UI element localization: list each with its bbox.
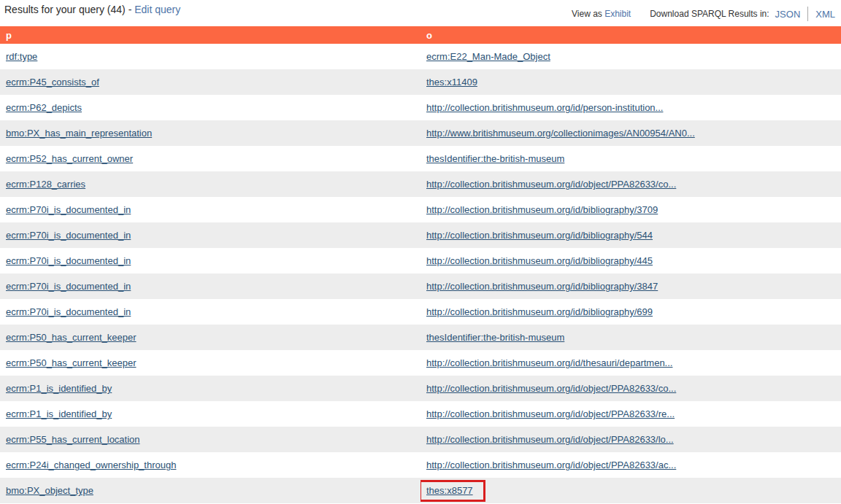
download-json-link[interactable]: JSON xyxy=(775,9,801,20)
predicate-link[interactable]: ecrm:P50_has_current_keeper xyxy=(6,357,137,368)
predicate-link[interactable]: ecrm:P55_has_current_location xyxy=(6,434,140,445)
table-row: ecrm:P70i_is_documented_in http://collec… xyxy=(0,248,841,274)
table-row: ecrm:P70i_is_documented_in http://collec… xyxy=(0,222,841,248)
table-row: bmo:PX_has_main_representation http://ww… xyxy=(0,120,841,146)
table-row: ecrm:P1_is_identified_by http://collecti… xyxy=(0,376,841,401)
column-header-p: p xyxy=(0,26,420,44)
predicate-link[interactable]: ecrm:P70i_is_documented_in xyxy=(6,255,131,266)
table-row: ecrm:P50_has_current_keeper http://colle… xyxy=(0,350,841,376)
predicate-link[interactable]: ecrm:P45_consists_of xyxy=(6,77,99,88)
object-link[interactable]: http://collection.britishmuseum.org/id/p… xyxy=(426,102,663,113)
table-row: ecrm:P70i_is_documented_in http://collec… xyxy=(0,274,841,299)
table-row: ecrm:P70i_is_documented_in http://collec… xyxy=(0,197,841,222)
view-as-label: View as xyxy=(572,9,602,19)
table-row: ecrm:P62_depicts http://collection.briti… xyxy=(0,95,841,120)
predicate-link[interactable]: ecrm:P70i_is_documented_in xyxy=(6,306,131,317)
object-link[interactable]: http://collection.britishmuseum.org/id/b… xyxy=(426,306,653,317)
object-link[interactable]: http://collection.britishmuseum.org/id/o… xyxy=(426,460,676,470)
results-table-header: p o xyxy=(0,26,841,44)
predicate-link[interactable]: ecrm:P70i_is_documented_in xyxy=(6,281,131,292)
table-row: ecrm:P50_has_current_keeper thesIdentifi… xyxy=(0,325,841,350)
object-link[interactable]: http://collection.britishmuseum.org/id/o… xyxy=(426,434,674,445)
predicate-link[interactable]: bmo:PX_object_type xyxy=(6,485,93,496)
object-link[interactable]: ecrm:E22_Man-Made_Object xyxy=(426,51,550,62)
format-divider xyxy=(807,7,808,21)
predicate-link[interactable]: ecrm:P62_depicts xyxy=(6,102,82,113)
object-link[interactable]: http://collection.britishmuseum.org/id/b… xyxy=(426,230,653,241)
object-link[interactable]: http://collection.britishmuseum.org/id/o… xyxy=(426,179,676,190)
object-link[interactable]: http://www.britishmuseum.org/collectioni… xyxy=(426,128,695,139)
object-link[interactable]: http://collection.britishmuseum.org/id/b… xyxy=(426,255,653,266)
table-row: ecrm:P70i_is_documented_in http://collec… xyxy=(0,299,841,325)
topbar: Results for your query (44) - Edit query… xyxy=(0,0,841,26)
download-group: Download SPARQL Results in: JSON XML xyxy=(650,7,835,21)
edit-query-link[interactable]: Edit query xyxy=(134,4,180,15)
column-header-o: o xyxy=(420,26,841,44)
table-row: ecrm:P1_is_identified_by http://collecti… xyxy=(0,401,841,427)
object-link[interactable]: http://collection.britishmuseum.org/id/b… xyxy=(426,281,658,292)
topbar-actions: View as Exhibit Download SPARQL Results … xyxy=(572,4,835,21)
view-as-exhibit-link[interactable]: Exhibit xyxy=(604,9,631,19)
download-xml-link[interactable]: XML xyxy=(815,9,835,20)
predicate-link[interactable]: ecrm:P1_is_identified_by xyxy=(6,408,112,419)
table-row: ecrm:P24i_changed_ownership_through http… xyxy=(0,452,841,478)
predicate-link[interactable]: ecrm:P52_has_current_owner xyxy=(6,153,133,164)
download-label: Download SPARQL Results in: xyxy=(650,9,769,19)
table-row: ecrm:P45_consists_of thes:x11409 xyxy=(0,69,841,95)
object-link[interactable]: thes:x8577 xyxy=(426,485,473,496)
object-link[interactable]: thesIdentifier:the-british-museum xyxy=(426,332,564,343)
object-link[interactable]: thesIdentifier:the-british-museum xyxy=(426,153,564,164)
view-as-group: View as Exhibit xyxy=(572,9,631,19)
object-link[interactable]: thes:x11409 xyxy=(426,77,477,88)
results-table: p o rdf:type ecrm:E22_Man-Made_Object ec… xyxy=(0,26,841,503)
predicate-link[interactable]: ecrm:P128_carries xyxy=(6,179,85,190)
predicate-link[interactable]: ecrm:P50_has_current_keeper xyxy=(6,332,137,343)
title-separator: - xyxy=(128,4,135,15)
object-link[interactable]: http://collection.britishmuseum.org/id/b… xyxy=(426,204,658,215)
highlight-annotation-box: thes:x8577 xyxy=(420,480,485,502)
predicate-link[interactable]: bmo:PX_has_main_representation xyxy=(6,128,152,139)
predicate-link[interactable]: ecrm:P24i_changed_ownership_through xyxy=(6,460,176,470)
page-title: Results for your query (44) xyxy=(4,4,126,15)
results-page: Results for your query (44) - Edit query… xyxy=(0,0,841,504)
table-row: bmo:PX_object_type thes:x8577 xyxy=(0,478,841,503)
object-link[interactable]: http://collection.britishmuseum.org/id/o… xyxy=(426,383,676,394)
table-row: ecrm:P52_has_current_owner thesIdentifie… xyxy=(0,146,841,171)
predicate-link[interactable]: ecrm:P70i_is_documented_in xyxy=(6,204,131,215)
table-row: rdf:type ecrm:E22_Man-Made_Object xyxy=(0,44,841,69)
table-row: ecrm:P128_carries http://collection.brit… xyxy=(0,171,841,197)
table-row: ecrm:P55_has_current_location http://col… xyxy=(0,427,841,452)
results-table-body: rdf:type ecrm:E22_Man-Made_Object ecrm:P… xyxy=(0,44,841,503)
object-link[interactable]: http://collection.britishmuseum.org/id/t… xyxy=(426,357,672,368)
object-link[interactable]: http://collection.britishmuseum.org/id/o… xyxy=(426,408,675,419)
predicate-link[interactable]: ecrm:P1_is_identified_by xyxy=(6,383,112,394)
title-area: Results for your query (44) - Edit query xyxy=(4,4,180,15)
predicate-link[interactable]: ecrm:P70i_is_documented_in xyxy=(6,230,131,241)
predicate-link[interactable]: rdf:type xyxy=(6,51,37,62)
